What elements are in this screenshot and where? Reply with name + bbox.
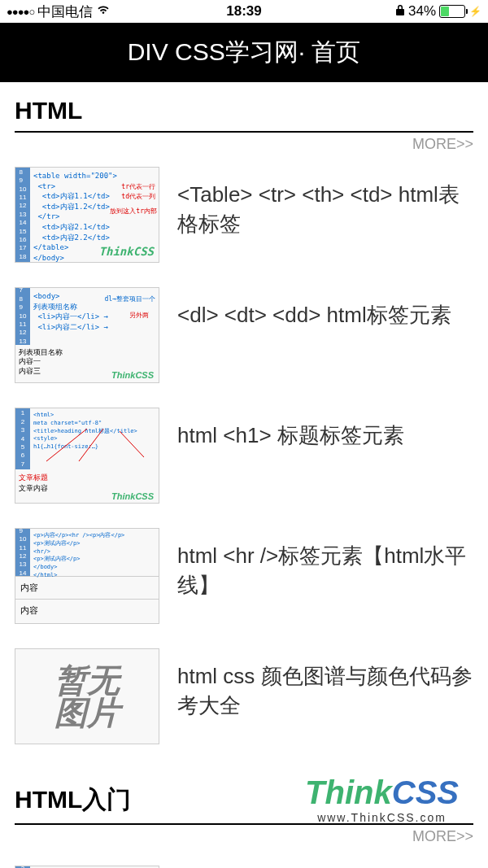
charging-icon: ⚡ bbox=[469, 6, 481, 17]
article-thumbnail-noimage: 暂无图片 bbox=[15, 648, 159, 744]
article-item[interactable]: 1234567 <html> meta charset="utf-8" <tit… bbox=[15, 408, 473, 504]
article-item[interactable]: 暂无图片 html css 颜色图谱与颜色代码参考大全 bbox=[15, 648, 473, 744]
article-title: <dl> <dt> <dd> html标签元素 bbox=[177, 287, 473, 329]
article-thumbnail: 89101112131415161718 <table width="200">… bbox=[15, 167, 159, 263]
article-title: <Table> <tr> <th> <td> html表格标签 bbox=[177, 167, 473, 239]
article-title: html <h1> 标题标签元素 bbox=[177, 408, 473, 450]
more-link[interactable]: MORE>> bbox=[412, 828, 473, 845]
clock-label: 18:39 bbox=[226, 3, 261, 20]
article-title: html css 颜色图谱与颜色代码参考大全 bbox=[177, 648, 473, 721]
wifi-icon bbox=[96, 3, 111, 20]
article-item[interactable]: 89101112131415161718 <table width="200">… bbox=[15, 167, 473, 263]
no-image-placeholder: 暂无图片 bbox=[54, 664, 120, 729]
lock-icon bbox=[395, 3, 405, 20]
status-left: ●●●●○ 中国电信 bbox=[7, 2, 111, 21]
article-thumbnail: 78910111213 <body> 列表项组名称 <li>内容一</li> →… bbox=[15, 287, 159, 383]
svg-line-1 bbox=[79, 429, 103, 461]
section-heading-html-intro: HTML入门 MORE>> bbox=[15, 769, 473, 825]
more-link[interactable]: MORE>> bbox=[412, 136, 473, 153]
article-list: 89101112131415161718 <table width="200">… bbox=[15, 167, 473, 744]
battery-pct-label: 34% bbox=[408, 3, 436, 20]
page-header: DIV CSS学习网· 首页 bbox=[0, 23, 488, 82]
signal-dots-icon: ●●●●○ bbox=[7, 6, 34, 18]
content-area[interactable]: HTML MORE>> 89101112131415161718 <table … bbox=[0, 82, 488, 868]
article-title: html <hr />标签元素【html水平线】 bbox=[177, 528, 473, 600]
section-heading-html: HTML MORE>> bbox=[15, 82, 473, 133]
page-title: DIV CSS学习网· 首页 bbox=[128, 38, 361, 65]
article-item[interactable]: 91011121314 <p>内容</p><hr /><p>内容</p> <p>… bbox=[15, 528, 473, 624]
status-bar: ●●●●○ 中国电信 18:39 34% ⚡ bbox=[0, 0, 488, 23]
svg-line-2 bbox=[120, 431, 144, 457]
article-thumbnail: 91011121314 <p>内容</p><hr /><p>内容</p> <p>… bbox=[15, 528, 159, 624]
battery-icon: ⚡ bbox=[439, 5, 481, 18]
carrier-label: 中国电信 bbox=[37, 2, 93, 21]
article-thumbnail: 1234567 <html> meta charset="utf-8" <tit… bbox=[15, 408, 159, 504]
svg-line-0 bbox=[46, 429, 87, 461]
status-right: 34% ⚡ bbox=[395, 3, 481, 20]
article-item[interactable]: 78910111213 <body> 列表项组名称 <li>内容一</li> →… bbox=[15, 287, 473, 383]
